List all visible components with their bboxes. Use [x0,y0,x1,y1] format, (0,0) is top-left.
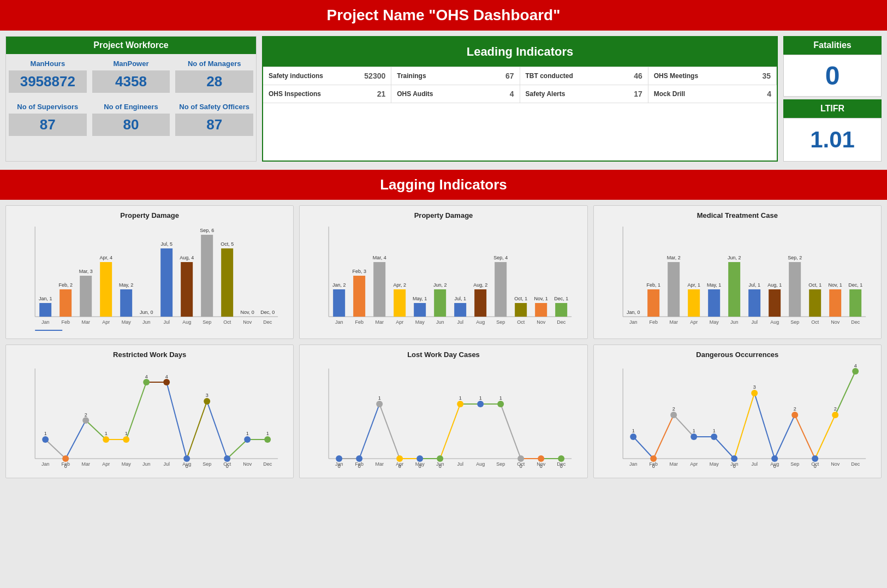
svg-point-111 [163,379,170,385]
bar-oct-1 [221,248,233,317]
svg-text:May: May [415,461,425,467]
svg-rect-89 [849,289,861,317]
svg-text:Jun, 2: Jun, 2 [728,255,741,260]
svg-rect-43 [474,289,486,317]
svg-text:Feb, 3: Feb, 3 [353,269,367,274]
svg-point-183 [670,412,677,418]
svg-text:1: 1 [632,428,634,433]
svg-text:Dec, 1: Dec, 1 [554,296,568,301]
svg-text:3: 3 [206,393,209,398]
svg-rect-83 [789,262,801,317]
svg-text:Jan: Jan [629,461,638,467]
bar-chart-3-svg: Jan, 0 Feb, 1 Mar, 2 Apr, 1 May, 1 Jun, … [599,224,876,333]
svg-text:May: May [709,461,719,467]
svg-text:Mar, 3: Mar, 3 [79,269,93,274]
svg-rect-49 [535,303,547,317]
svg-text:Jul: Jul [751,319,758,325]
svg-text:Oct: Oct [223,319,231,325]
chart-title-bar3: Medical Treatment Case [599,211,876,219]
svg-text:Jul: Jul [163,319,170,325]
svg-text:Jun: Jun [730,461,739,467]
svg-rect-73 [688,289,700,317]
svg-rect-69 [647,289,659,317]
svg-text:May: May [709,319,719,325]
svg-text:Jan, 2: Jan, 2 [332,282,346,288]
svg-rect-45 [495,262,507,317]
svg-rect-71 [668,262,680,317]
leading-grid: Safety inductions 52300 Trainings 67 TBT… [263,67,777,103]
svg-point-189 [791,412,798,418]
svg-text:Sep: Sep [496,319,505,325]
svg-text:1: 1 [459,395,462,401]
line-chart-1-svg: 1 0 2 1 1 4 4 0 3 0 1 1 Jan Feb Mar Apr [11,363,288,478]
bar-mar-1 [80,276,92,317]
svg-text:Aug: Aug [182,461,191,467]
leading-mock-drill: Mock Drill 4 [648,85,777,103]
bar-aug-1 [181,262,193,317]
svg-text:Nov: Nov [831,461,840,467]
svg-text:Nov, 1: Nov, 1 [534,296,548,301]
svg-text:Nov, 0: Nov, 0 [240,310,254,315]
svg-text:3: 3 [753,384,755,390]
svg-rect-41 [454,303,466,317]
svg-rect-77 [728,262,740,317]
svg-text:Aug, 4: Aug, 4 [180,255,194,260]
svg-text:1: 1 [44,431,47,436]
svg-text:Feb: Feb [649,319,658,325]
leading-trainings: Trainings 67 [391,67,520,85]
lagging-header: Lagging Indicators [0,170,887,200]
svg-text:Aug: Aug [182,319,191,325]
svg-text:Oct, 1: Oct, 1 [514,296,527,301]
svg-text:2: 2 [834,406,836,412]
svg-text:Sep: Sep [203,461,211,467]
svg-rect-39 [434,289,446,317]
svg-text:1: 1 [479,395,482,401]
chart-canvas-line1: 1 0 2 1 1 4 4 0 3 0 1 1 Jan Feb Mar Apr [11,363,288,472]
page-header: Project Name "OHS Dashboard" [0,0,887,31]
chart-lost-work-day: Lost Work Day Cases [299,345,587,478]
svg-text:1: 1 [125,431,128,436]
svg-text:May: May [415,319,425,325]
leading-ohs-audits: OHS Audits 4 [391,85,520,103]
svg-point-185 [711,433,717,440]
chart-title-bar1: Property Damage [11,211,288,219]
svg-text:Sep: Sep [790,461,799,467]
svg-text:Dec: Dec [851,461,860,467]
svg-text:Apr: Apr [102,461,110,467]
svg-point-150 [477,401,484,407]
svg-text:Oct: Oct [223,461,231,467]
svg-rect-35 [394,289,406,317]
svg-text:1: 1 [105,431,108,436]
svg-point-151 [497,401,504,407]
bar-chart-2-svg: Jan, 2 Feb, 3 Mar, 4 Apr, 2 May, 1 Jun, … [305,224,581,333]
svg-point-184 [690,433,697,440]
chart-title-line3: Dangerous Occurrences [599,351,876,359]
svg-point-115 [244,436,251,443]
svg-text:Aug: Aug [476,319,485,325]
svg-text:1: 1 [378,395,381,401]
workforce-panel: Project Workforce ManHours 3958872 ManPo… [5,36,257,162]
svg-text:Jan: Jan [335,461,343,467]
svg-text:Oct: Oct [517,461,525,467]
svg-text:Jan: Jan [629,319,638,325]
svg-text:Sep, 2: Sep, 2 [788,255,802,260]
svg-text:4: 4 [145,374,148,379]
svg-text:Apr: Apr [396,319,403,325]
svg-rect-75 [708,289,720,317]
svg-text:Jun, 2: Jun, 2 [433,282,447,288]
svg-text:Apr: Apr [396,461,403,467]
svg-text:Aug, 2: Aug, 2 [473,282,487,288]
chart-property-damage-1: Property Damage Jan, 1 Feb, 2 Mar, 3 [5,205,294,339]
svg-rect-29 [333,289,345,317]
svg-text:Jul: Jul [751,461,758,467]
svg-text:4: 4 [854,363,856,369]
svg-text:Dec: Dec [557,319,566,325]
svg-point-191 [832,412,838,418]
svg-text:Sep, 6: Sep, 6 [200,228,214,233]
svg-text:Apr: Apr [102,319,110,325]
svg-text:Apr, 1: Apr, 1 [687,282,700,288]
svg-text:2: 2 [85,412,87,418]
svg-point-149 [457,401,463,407]
leading-tbt: TBT conducted 46 [520,67,648,85]
leading-safety-inductions: Safety inductions 52300 [263,67,391,85]
